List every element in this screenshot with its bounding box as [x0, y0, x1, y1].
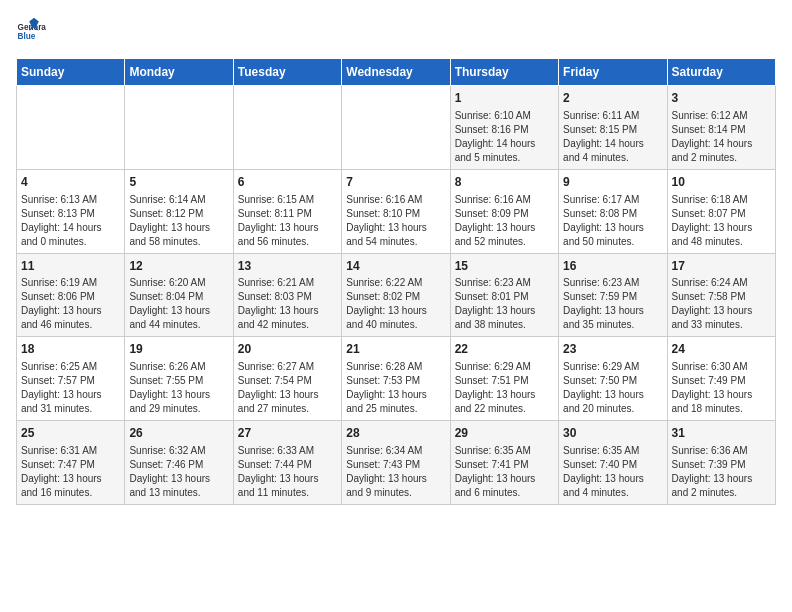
day-info: Sunrise: 6:23 AMSunset: 7:59 PMDaylight:… [563, 276, 662, 332]
calendar-cell: 28Sunrise: 6:34 AMSunset: 7:43 PMDayligh… [342, 421, 450, 505]
calendar-cell: 13Sunrise: 6:21 AMSunset: 8:03 PMDayligh… [233, 253, 341, 337]
day-info: Sunrise: 6:26 AMSunset: 7:55 PMDaylight:… [129, 360, 228, 416]
day-info: Sunrise: 6:20 AMSunset: 8:04 PMDaylight:… [129, 276, 228, 332]
day-number: 30 [563, 425, 662, 442]
day-info: Sunrise: 6:31 AMSunset: 7:47 PMDaylight:… [21, 444, 120, 500]
header-wednesday: Wednesday [342, 59, 450, 86]
day-number: 12 [129, 258, 228, 275]
day-number: 5 [129, 174, 228, 191]
calendar-cell: 29Sunrise: 6:35 AMSunset: 7:41 PMDayligh… [450, 421, 558, 505]
day-number: 21 [346, 341, 445, 358]
calendar-week-3: 11Sunrise: 6:19 AMSunset: 8:06 PMDayligh… [17, 253, 776, 337]
day-info: Sunrise: 6:17 AMSunset: 8:08 PMDaylight:… [563, 193, 662, 249]
calendar-cell: 19Sunrise: 6:26 AMSunset: 7:55 PMDayligh… [125, 337, 233, 421]
day-info: Sunrise: 6:30 AMSunset: 7:49 PMDaylight:… [672, 360, 771, 416]
day-info: Sunrise: 6:24 AMSunset: 7:58 PMDaylight:… [672, 276, 771, 332]
day-info: Sunrise: 6:14 AMSunset: 8:12 PMDaylight:… [129, 193, 228, 249]
calendar-cell [125, 86, 233, 170]
day-info: Sunrise: 6:29 AMSunset: 7:51 PMDaylight:… [455, 360, 554, 416]
day-info: Sunrise: 6:10 AMSunset: 8:16 PMDaylight:… [455, 109, 554, 165]
day-info: Sunrise: 6:28 AMSunset: 7:53 PMDaylight:… [346, 360, 445, 416]
calendar-cell: 18Sunrise: 6:25 AMSunset: 7:57 PMDayligh… [17, 337, 125, 421]
header-tuesday: Tuesday [233, 59, 341, 86]
day-info: Sunrise: 6:21 AMSunset: 8:03 PMDaylight:… [238, 276, 337, 332]
day-info: Sunrise: 6:35 AMSunset: 7:41 PMDaylight:… [455, 444, 554, 500]
day-info: Sunrise: 6:12 AMSunset: 8:14 PMDaylight:… [672, 109, 771, 165]
day-info: Sunrise: 6:19 AMSunset: 8:06 PMDaylight:… [21, 276, 120, 332]
day-number: 11 [21, 258, 120, 275]
calendar-week-2: 4Sunrise: 6:13 AMSunset: 8:13 PMDaylight… [17, 169, 776, 253]
day-info: Sunrise: 6:16 AMSunset: 8:09 PMDaylight:… [455, 193, 554, 249]
day-info: Sunrise: 6:36 AMSunset: 7:39 PMDaylight:… [672, 444, 771, 500]
calendar-cell: 1Sunrise: 6:10 AMSunset: 8:16 PMDaylight… [450, 86, 558, 170]
day-info: Sunrise: 6:29 AMSunset: 7:50 PMDaylight:… [563, 360, 662, 416]
day-number: 3 [672, 90, 771, 107]
day-number: 25 [21, 425, 120, 442]
day-number: 4 [21, 174, 120, 191]
day-number: 22 [455, 341, 554, 358]
calendar-cell: 9Sunrise: 6:17 AMSunset: 8:08 PMDaylight… [559, 169, 667, 253]
calendar-cell: 17Sunrise: 6:24 AMSunset: 7:58 PMDayligh… [667, 253, 775, 337]
calendar-cell: 6Sunrise: 6:15 AMSunset: 8:11 PMDaylight… [233, 169, 341, 253]
calendar-cell: 26Sunrise: 6:32 AMSunset: 7:46 PMDayligh… [125, 421, 233, 505]
day-info: Sunrise: 6:34 AMSunset: 7:43 PMDaylight:… [346, 444, 445, 500]
calendar-cell: 20Sunrise: 6:27 AMSunset: 7:54 PMDayligh… [233, 337, 341, 421]
calendar-table: SundayMondayTuesdayWednesdayThursdayFrid… [16, 58, 776, 505]
calendar-cell: 21Sunrise: 6:28 AMSunset: 7:53 PMDayligh… [342, 337, 450, 421]
day-info: Sunrise: 6:23 AMSunset: 8:01 PMDaylight:… [455, 276, 554, 332]
day-info: Sunrise: 6:27 AMSunset: 7:54 PMDaylight:… [238, 360, 337, 416]
day-info: Sunrise: 6:16 AMSunset: 8:10 PMDaylight:… [346, 193, 445, 249]
day-info: Sunrise: 6:35 AMSunset: 7:40 PMDaylight:… [563, 444, 662, 500]
calendar-cell: 4Sunrise: 6:13 AMSunset: 8:13 PMDaylight… [17, 169, 125, 253]
calendar-week-4: 18Sunrise: 6:25 AMSunset: 7:57 PMDayligh… [17, 337, 776, 421]
calendar-cell [17, 86, 125, 170]
day-info: Sunrise: 6:22 AMSunset: 8:02 PMDaylight:… [346, 276, 445, 332]
day-number: 13 [238, 258, 337, 275]
day-number: 6 [238, 174, 337, 191]
calendar-cell: 3Sunrise: 6:12 AMSunset: 8:14 PMDaylight… [667, 86, 775, 170]
calendar-cell [342, 86, 450, 170]
day-number: 2 [563, 90, 662, 107]
day-info: Sunrise: 6:25 AMSunset: 7:57 PMDaylight:… [21, 360, 120, 416]
calendar-cell: 5Sunrise: 6:14 AMSunset: 8:12 PMDaylight… [125, 169, 233, 253]
day-number: 1 [455, 90, 554, 107]
header-saturday: Saturday [667, 59, 775, 86]
calendar-cell: 8Sunrise: 6:16 AMSunset: 8:09 PMDaylight… [450, 169, 558, 253]
day-info: Sunrise: 6:13 AMSunset: 8:13 PMDaylight:… [21, 193, 120, 249]
calendar-cell: 22Sunrise: 6:29 AMSunset: 7:51 PMDayligh… [450, 337, 558, 421]
day-number: 29 [455, 425, 554, 442]
day-number: 24 [672, 341, 771, 358]
calendar-header-row: SundayMondayTuesdayWednesdayThursdayFrid… [17, 59, 776, 86]
calendar-cell: 16Sunrise: 6:23 AMSunset: 7:59 PMDayligh… [559, 253, 667, 337]
day-number: 10 [672, 174, 771, 191]
calendar-cell: 30Sunrise: 6:35 AMSunset: 7:40 PMDayligh… [559, 421, 667, 505]
day-number: 23 [563, 341, 662, 358]
day-number: 31 [672, 425, 771, 442]
calendar-cell: 23Sunrise: 6:29 AMSunset: 7:50 PMDayligh… [559, 337, 667, 421]
page-header: General Blue [16, 16, 776, 46]
svg-text:Blue: Blue [18, 32, 36, 41]
calendar-cell: 31Sunrise: 6:36 AMSunset: 7:39 PMDayligh… [667, 421, 775, 505]
logo: General Blue [16, 16, 46, 46]
day-info: Sunrise: 6:32 AMSunset: 7:46 PMDaylight:… [129, 444, 228, 500]
day-info: Sunrise: 6:18 AMSunset: 8:07 PMDaylight:… [672, 193, 771, 249]
day-info: Sunrise: 6:15 AMSunset: 8:11 PMDaylight:… [238, 193, 337, 249]
day-number: 28 [346, 425, 445, 442]
day-number: 26 [129, 425, 228, 442]
day-number: 15 [455, 258, 554, 275]
header-friday: Friday [559, 59, 667, 86]
calendar-week-5: 25Sunrise: 6:31 AMSunset: 7:47 PMDayligh… [17, 421, 776, 505]
calendar-cell [233, 86, 341, 170]
calendar-week-1: 1Sunrise: 6:10 AMSunset: 8:16 PMDaylight… [17, 86, 776, 170]
day-info: Sunrise: 6:11 AMSunset: 8:15 PMDaylight:… [563, 109, 662, 165]
calendar-cell: 2Sunrise: 6:11 AMSunset: 8:15 PMDaylight… [559, 86, 667, 170]
day-number: 17 [672, 258, 771, 275]
day-number: 27 [238, 425, 337, 442]
day-number: 16 [563, 258, 662, 275]
day-number: 8 [455, 174, 554, 191]
calendar-cell: 14Sunrise: 6:22 AMSunset: 8:02 PMDayligh… [342, 253, 450, 337]
calendar-cell: 10Sunrise: 6:18 AMSunset: 8:07 PMDayligh… [667, 169, 775, 253]
day-number: 20 [238, 341, 337, 358]
day-number: 19 [129, 341, 228, 358]
day-info: Sunrise: 6:33 AMSunset: 7:44 PMDaylight:… [238, 444, 337, 500]
